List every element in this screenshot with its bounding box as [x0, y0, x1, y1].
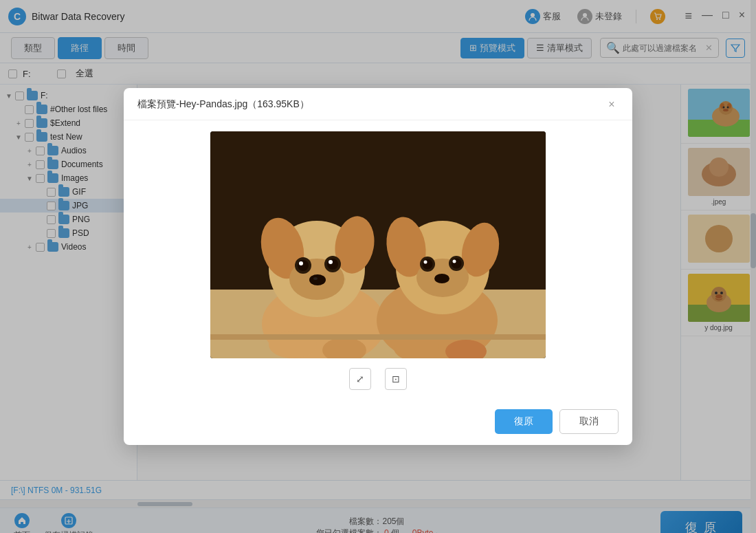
svg-point-46	[329, 260, 333, 264]
modal-footer: 復原 取消	[124, 401, 632, 445]
fit-icon: ⊡	[392, 373, 400, 384]
svg-point-48	[313, 277, 318, 280]
svg-rect-65	[210, 334, 546, 340]
preview-modal: 檔案預覽-Hey-Pandas.jpg（163.95KB） ×	[124, 88, 632, 445]
preview-image	[210, 131, 546, 358]
svg-point-58	[424, 261, 427, 264]
svg-point-57	[423, 259, 433, 270]
svg-point-42	[298, 260, 309, 271]
modal-title: 檔案預覽-Hey-Pandas.jpg（163.95KB）	[137, 98, 605, 111]
modal-overlay: 檔案預覽-Hey-Pandas.jpg（163.95KB） ×	[0, 0, 756, 533]
svg-point-62	[434, 274, 449, 283]
modal-header: 檔案預覽-Hey-Pandas.jpg（163.95KB） ×	[124, 88, 632, 120]
fit-btn[interactable]: ⊡	[385, 368, 407, 390]
svg-point-43	[299, 261, 303, 265]
modal-body: ⤢ ⊡	[124, 120, 632, 401]
svg-point-60	[452, 259, 462, 269]
modal-cancel-btn[interactable]: 取消	[559, 409, 619, 434]
preview-image-container	[210, 131, 546, 358]
svg-point-61	[453, 260, 456, 263]
expand-icon: ⤢	[356, 373, 364, 384]
svg-point-45	[327, 259, 338, 270]
modal-recover-btn[interactable]: 復原	[495, 409, 553, 434]
modal-controls: ⤢ ⊡	[349, 368, 407, 390]
expand-btn[interactable]: ⤢	[349, 368, 371, 390]
modal-close-btn[interactable]: ×	[605, 98, 619, 111]
svg-point-47	[309, 274, 326, 285]
